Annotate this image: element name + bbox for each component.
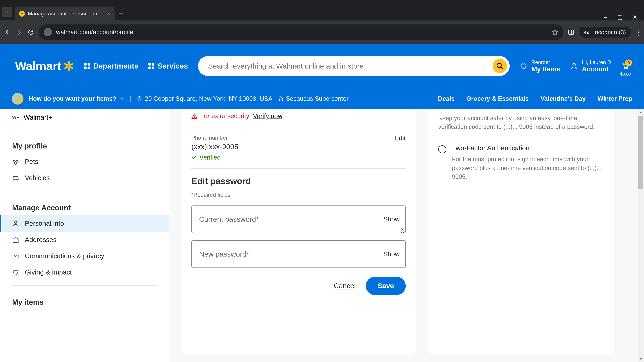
- divider: [191, 168, 406, 169]
- fulfillment-bar: How do you want your items? | 20 Cooper …: [0, 88, 644, 109]
- svg-point-6: [626, 68, 628, 69]
- paw-icon: [12, 158, 19, 165]
- link-valentines[interactable]: Valentine's Day: [540, 95, 586, 102]
- edit-password-heading: Edit password: [191, 176, 406, 186]
- sidebar-heading-manage: Manage Account: [0, 196, 170, 215]
- account-sidebar: W+ Walmart+ My profile Pets Vehicles Man…: [0, 109, 170, 362]
- store-location[interactable]: Secaucus Supercenter: [278, 95, 348, 102]
- cart-amount: $0.00: [620, 71, 631, 77]
- security-preferences-card: Keep your account safer by using an easy…: [428, 109, 614, 355]
- link-deals[interactable]: Deals: [438, 95, 455, 102]
- separator: |: [130, 95, 132, 102]
- link-grocery[interactable]: Grocery & Essentials: [466, 95, 528, 102]
- svg-point-10: [13, 162, 14, 163]
- new-password-input[interactable]: [191, 240, 406, 268]
- cancel-button[interactable]: Cancel: [334, 282, 356, 290]
- scroll-down-arrow[interactable]: ▼: [638, 356, 644, 362]
- svg-point-11: [17, 162, 18, 163]
- divider: [191, 127, 406, 127]
- show-new-password-toggle[interactable]: Show: [383, 250, 400, 258]
- window-close-button[interactable]: ✕: [632, 14, 637, 20]
- url-text: walmart.com/account/profile: [56, 29, 133, 36]
- search-submit-button[interactable]: [492, 59, 507, 73]
- svg-rect-0: [568, 30, 574, 34]
- cart-count-badge: 0: [625, 59, 632, 66]
- two-factor-description: For the most protection, sign in each ti…: [452, 155, 604, 181]
- new-tab-button[interactable]: +: [119, 7, 123, 20]
- browser-tabstrip: Manage Account - Personal inf… × + ━ ▢ ✕: [0, 0, 644, 20]
- link-winter[interactable]: Winter Prep: [598, 95, 632, 102]
- sidebar-item-addresses[interactable]: Addresses: [0, 232, 170, 248]
- site-info-icon[interactable]: [44, 28, 52, 36]
- bookmark-star-icon[interactable]: [552, 29, 558, 35]
- current-password-input[interactable]: [191, 205, 406, 233]
- mail-icon: [12, 253, 19, 260]
- tab-title: Manage Account - Personal inf…: [28, 11, 104, 17]
- sidebar-item-personal-info[interactable]: Personal info: [0, 215, 170, 232]
- scroll-up-arrow[interactable]: ▲: [638, 109, 644, 115]
- grid-icon: [84, 63, 90, 69]
- reload-button[interactable]: [27, 28, 35, 36]
- svg-point-9: [16, 160, 18, 161]
- email-verify-warning: For extra security Verify now: [191, 112, 406, 120]
- svg-point-15: [14, 221, 17, 224]
- departments-button[interactable]: Departments: [84, 62, 138, 70]
- address-bar[interactable]: walmart.com/account/profile: [38, 24, 563, 40]
- window-maximize-button[interactable]: ▢: [617, 14, 622, 20]
- sidebar-item-walmart-plus[interactable]: W+ Walmart+: [0, 111, 170, 124]
- services-button[interactable]: Services: [148, 62, 188, 70]
- walmart-favicon: [19, 11, 25, 16]
- two-factor-radio[interactable]: [438, 145, 446, 153]
- search-bar: [198, 56, 510, 76]
- new-password-field: Show: [191, 240, 406, 268]
- edit-phone-link[interactable]: Edit: [394, 135, 406, 142]
- heart-icon: [520, 62, 528, 70]
- store-icon: [278, 96, 283, 102]
- tab-search-button[interactable]: [2, 7, 12, 17]
- svg-point-4: [573, 63, 575, 66]
- browser-menu-button[interactable]: ⋮: [634, 28, 641, 36]
- warning-triangle-icon: [191, 113, 198, 119]
- phone-value: (xxx) xxx-9005: [191, 143, 238, 151]
- location-pin-icon: [136, 96, 142, 102]
- tab-close-icon[interactable]: ×: [107, 11, 110, 16]
- save-button[interactable]: Save: [366, 277, 406, 295]
- sidebar-item-pets[interactable]: Pets: [0, 153, 170, 170]
- incognito-label: Incognito (3): [593, 29, 626, 35]
- main-content: W+ Walmart+ My profile Pets Vehicles Man…: [0, 109, 644, 362]
- phone-section: Phone number (xxx) xxx-9005 Verified Edi…: [191, 135, 406, 161]
- svg-point-5: [624, 68, 625, 69]
- content-area: For extra security Verify now Phone numb…: [170, 109, 644, 362]
- sidebar-item-vehicles[interactable]: Vehicles: [0, 170, 170, 186]
- browser-tab-active[interactable]: Manage Account - Personal inf… ×: [15, 7, 114, 20]
- delivery-address[interactable]: 20 Cooper Square, New York, NY 10003, US…: [136, 95, 272, 102]
- forward-button[interactable]: [15, 28, 23, 36]
- account-link[interactable]: Hi, Lauren DAccount: [570, 59, 611, 73]
- show-current-password-toggle[interactable]: Show: [383, 216, 400, 223]
- walmart-plus-icon: W+: [12, 115, 19, 120]
- fulfillment-question-button[interactable]: How do you want your items?: [28, 95, 125, 102]
- phone-label: Phone number: [191, 135, 238, 141]
- side-panel-icon[interactable]: [567, 28, 575, 36]
- car-icon: [12, 174, 19, 182]
- walmart-logo[interactable]: Walmart: [15, 59, 74, 73]
- window-minimize-button[interactable]: ━: [604, 14, 607, 20]
- sidebar-item-giving[interactable]: Giving & impact: [0, 264, 170, 280]
- email-section: For extra security Verify now: [191, 112, 406, 120]
- svg-point-8: [14, 160, 15, 161]
- page-scrollbar[interactable]: ▲ ▼: [638, 109, 644, 362]
- chevron-down-icon: [120, 96, 125, 101]
- incognito-indicator[interactable]: Incognito (3): [579, 27, 631, 37]
- verify-now-link[interactable]: Verify now: [253, 112, 282, 120]
- back-button[interactable]: [3, 28, 12, 36]
- phone-verified-badge: Verified: [191, 154, 238, 161]
- promo-links: Deals Grocery & Essentials Valentine's D…: [438, 95, 632, 102]
- sidebar-divider: [12, 129, 157, 129]
- sidebar-item-communications[interactable]: Communications & privacy: [0, 248, 170, 264]
- checkmark-icon: [191, 155, 197, 160]
- personal-info-card: For extra security Verify now Phone numb…: [181, 109, 416, 355]
- scroll-thumb[interactable]: [638, 116, 643, 189]
- search-input[interactable]: [208, 62, 492, 70]
- reorder-my-items-link[interactable]: ReorderMy Items: [520, 59, 560, 73]
- cart-button[interactable]: 0 $0.00: [621, 62, 629, 70]
